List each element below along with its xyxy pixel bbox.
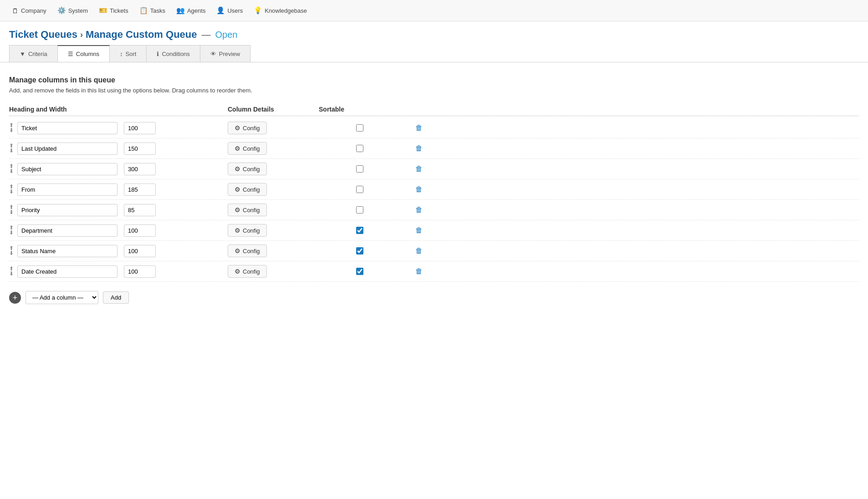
nav-knowledgebase[interactable]: 💡 Knowledgebase — [249, 5, 311, 16]
width-input-ticket[interactable] — [124, 122, 156, 134]
config-label-priority: Config — [243, 207, 260, 214]
breadcrumb-dash: — — [201, 30, 210, 40]
sortable-checkbox-priority[interactable] — [356, 206, 363, 214]
heading-input-department[interactable] — [17, 224, 117, 237]
delete-cell-status-name: 🗑 — [401, 246, 437, 256]
delete-button-date-created[interactable]: 🗑 — [413, 266, 425, 276]
width-input-department[interactable] — [124, 224, 156, 237]
sortable-cell-status-name — [319, 247, 401, 255]
delete-button-from[interactable]: 🗑 — [413, 184, 425, 194]
width-input-status-name[interactable] — [124, 245, 156, 257]
width-input-priority[interactable] — [124, 204, 156, 216]
delete-button-department[interactable]: 🗑 — [413, 225, 425, 235]
table-row: ⬆ ⬇ ⚙ Config 🗑 — [9, 200, 859, 220]
delete-button-status-name[interactable]: 🗑 — [413, 246, 425, 256]
drag-handle-date-created[interactable]: ⬆ ⬇ — [9, 266, 14, 276]
config-button-ticket[interactable]: ⚙ Config — [228, 122, 267, 134]
add-column-select[interactable]: — Add a column — — [26, 291, 98, 304]
drag-handle-department[interactable]: ⬆ ⬇ — [9, 225, 14, 235]
nav-agents[interactable]: 👥 Agents — [172, 5, 210, 16]
heading-input-priority[interactable] — [17, 204, 117, 216]
delete-button-ticket[interactable]: 🗑 — [413, 123, 425, 133]
row-left-department: ⬆ ⬇ — [9, 224, 228, 237]
drag-handle-ticket[interactable]: ⬆ ⬇ — [9, 123, 14, 133]
sortable-checkbox-department[interactable] — [356, 227, 363, 234]
config-cell-status-name: ⚙ Config — [228, 244, 319, 257]
width-input-date-created[interactable] — [124, 265, 156, 278]
delete-cell-from: 🗑 — [401, 184, 437, 194]
width-input-last-updated[interactable] — [124, 143, 156, 155]
add-column-row: + — Add a column — Add — [9, 288, 859, 304]
config-button-department[interactable]: ⚙ Config — [228, 224, 267, 237]
heading-input-subject[interactable] — [17, 163, 117, 175]
sortable-cell-priority — [319, 206, 401, 214]
config-button-from[interactable]: ⚙ Config — [228, 183, 267, 196]
config-button-date-created[interactable]: ⚙ Config — [228, 265, 267, 278]
sortable-checkbox-status-name[interactable] — [356, 247, 363, 255]
table-row: ⬆ ⬇ ⚙ Config 🗑 — [9, 159, 859, 179]
delete-cell-last-updated: 🗑 — [401, 143, 437, 153]
config-label-status-name: Config — [243, 248, 260, 255]
nav-tickets[interactable]: 🎫 Tickets — [94, 5, 133, 16]
drag-handle-status-name[interactable]: ⬆ ⬇ — [9, 246, 14, 256]
heading-input-last-updated[interactable] — [17, 143, 117, 155]
config-button-subject[interactable]: ⚙ Config — [228, 163, 267, 175]
nav-tasks[interactable]: 📋 Tasks — [135, 5, 170, 16]
delete-cell-date-created: 🗑 — [401, 266, 437, 276]
table-headers: Heading and Width Column Details Sortabl… — [9, 103, 859, 116]
heading-input-date-created[interactable] — [17, 265, 117, 278]
header-sortable: Sortable — [319, 106, 401, 113]
config-label-department: Config — [243, 227, 260, 234]
agents-icon: 👥 — [176, 6, 185, 15]
config-label-ticket: Config — [243, 125, 260, 132]
tab-columns[interactable]: ☰ Columns — [57, 45, 110, 62]
drag-handle-subject[interactable]: ⬆ ⬇ — [9, 164, 14, 174]
config-button-status-name[interactable]: ⚙ Config — [228, 244, 267, 257]
sortable-checkbox-from[interactable] — [356, 186, 363, 193]
gear-icon-priority: ⚙ — [235, 206, 240, 214]
section-description: Add, and remove the fields in this list … — [9, 87, 859, 94]
company-icon: 🗒 — [12, 7, 19, 15]
sortable-checkbox-date-created[interactable] — [356, 268, 363, 275]
tab-sort[interactable]: ↕ Sort — [109, 45, 147, 62]
delete-button-priority[interactable]: 🗑 — [413, 205, 425, 215]
breadcrumb-separator: › — [80, 30, 83, 40]
tab-conditions[interactable]: ℹ Conditions — [146, 45, 200, 62]
drag-handle-last-updated[interactable]: ⬆ ⬇ — [9, 143, 14, 153]
heading-input-from[interactable] — [17, 183, 117, 196]
width-input-from[interactable] — [124, 183, 156, 196]
breadcrumb-ticket-queues[interactable]: Ticket Queues — [9, 29, 77, 41]
width-input-subject[interactable] — [124, 163, 156, 175]
sortable-checkbox-subject[interactable] — [356, 165, 363, 173]
row-left-date-created: ⬆ ⬇ — [9, 265, 228, 278]
sortable-checkbox-ticket[interactable] — [356, 124, 363, 132]
gear-icon-department: ⚙ — [235, 227, 240, 234]
heading-input-ticket[interactable] — [17, 122, 117, 134]
nav-system[interactable]: ⚙️ System — [53, 5, 92, 16]
tab-preview[interactable]: 👁 Preview — [200, 45, 250, 62]
tab-criteria[interactable]: ▼ Criteria — [9, 45, 58, 62]
config-button-priority[interactable]: ⚙ Config — [228, 204, 267, 216]
section-title: Manage columns in this queue — [9, 76, 859, 84]
delete-button-last-updated[interactable]: 🗑 — [413, 143, 425, 153]
config-button-last-updated[interactable]: ⚙ Config — [228, 142, 267, 155]
add-new-column-circle-button[interactable]: + — [9, 292, 21, 304]
table-row: ⬆ ⬇ ⚙ Config 🗑 — [9, 179, 859, 200]
sortable-checkbox-last-updated[interactable] — [356, 145, 363, 152]
main-content: Manage columns in this queue Add, and re… — [0, 71, 868, 309]
preview-eye-icon: 👁 — [210, 51, 216, 57]
heading-input-status-name[interactable] — [17, 245, 117, 257]
delete-button-subject[interactable]: 🗑 — [413, 164, 425, 174]
nav-users[interactable]: 👤 Users — [212, 5, 247, 16]
users-icon: 👤 — [216, 6, 225, 15]
drag-handle-from[interactable]: ⬆ ⬇ — [9, 184, 14, 194]
add-button[interactable]: Add — [103, 291, 129, 304]
config-label-from: Config — [243, 186, 260, 193]
drag-handle-priority[interactable]: ⬆ ⬇ — [9, 205, 14, 215]
sortable-cell-subject — [319, 165, 401, 173]
config-cell-priority: ⚙ Config — [228, 204, 319, 216]
nav-company[interactable]: 🗒 Company — [7, 5, 51, 16]
config-label-subject: Config — [243, 166, 260, 173]
row-left-from: ⬆ ⬇ — [9, 183, 228, 196]
gear-icon-ticket: ⚙ — [235, 124, 240, 132]
